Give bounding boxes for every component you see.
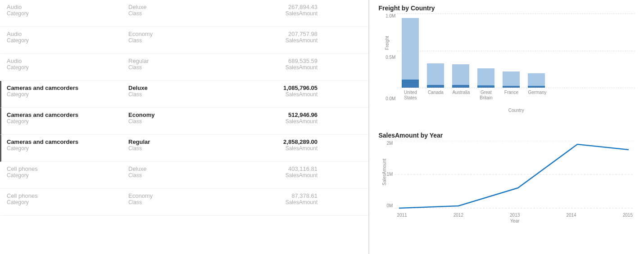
value-amount: 207,757.98 — [288, 31, 317, 37]
class-name: Deluxe — [128, 4, 227, 10]
category-label: Category — [7, 10, 128, 17]
data-table: Audio Category Deluxe Class 267,894.43 S… — [0, 0, 369, 254]
bar-group — [528, 16, 545, 88]
col-category: Cell phones Category — [7, 192, 128, 205]
col-value: 207,757.98 SalesAmount — [227, 31, 317, 44]
col-value: 689,535.59 SalesAmount — [227, 58, 317, 71]
x-labels: UnitedStatesCanadaAustraliaGreatBritainF… — [397, 90, 635, 101]
category-label: Category — [7, 91, 128, 98]
sales-x-2012: 2012 — [454, 213, 463, 218]
col-value: 512,946.96 SalesAmount — [227, 111, 317, 125]
bars-container — [397, 13, 635, 88]
col-category: Cameras and camcorders Category — [7, 111, 128, 125]
value-amount: 689,535.59 — [288, 58, 317, 64]
bar-dark — [402, 80, 419, 88]
table-row: Audio Category Economy Class 207,757.98 … — [0, 27, 368, 54]
value-label: SalesAmount — [286, 64, 317, 71]
sales-y-mid: 1M — [387, 172, 393, 177]
col-value: 403,116.81 SalesAmount — [227, 165, 317, 178]
value-label: SalesAmount — [286, 172, 317, 178]
table-row: Audio Category Regular Class 689,535.59 … — [0, 54, 368, 81]
class-label: Class — [128, 91, 227, 98]
y-axis-title: Freight — [385, 36, 390, 50]
col-class: Regular Class — [128, 138, 227, 152]
sales-y-axis-title: SalesAmount — [382, 159, 387, 185]
class-name: Economy — [128, 111, 227, 118]
bar-light — [402, 18, 419, 80]
sales-x-2014: 2014 — [566, 213, 576, 218]
col-class: Economy Class — [128, 111, 227, 125]
sales-chart-title: SalesAmount by Year — [378, 132, 635, 139]
category-name: Cell phones — [7, 165, 128, 172]
class-name: Regular — [128, 58, 227, 64]
col-class: Regular Class — [128, 58, 227, 71]
class-name: Deluxe — [128, 165, 227, 172]
class-label: Class — [128, 199, 227, 205]
col-category: Cameras and camcorders Category — [7, 85, 128, 98]
class-name: Economy — [128, 31, 227, 37]
bar-dark — [427, 85, 444, 88]
value-label: SalesAmount — [286, 199, 317, 205]
col-class: Deluxe Class — [128, 165, 227, 178]
class-label: Class — [128, 64, 227, 71]
category-label: Category — [7, 118, 128, 125]
value-label: SalesAmount — [286, 145, 317, 152]
value-amount: 403,116.81 — [288, 165, 317, 172]
class-label: Class — [128, 118, 227, 125]
bar-group — [477, 16, 494, 88]
x-label: Canada — [427, 90, 444, 95]
sales-x-labels: 2011 2012 2013 2014 2015 — [397, 213, 633, 218]
charts-panel: Freight by Country 1.0M 0.5M 0.0M Freigh… — [369, 0, 644, 254]
bar-light — [477, 68, 494, 85]
category-label: Category — [7, 37, 128, 44]
category-name: Cameras and camcorders — [7, 111, 128, 118]
value-amount: 267,894.43 — [288, 4, 317, 10]
bar-light — [452, 64, 469, 85]
category-label: Category — [7, 145, 128, 152]
category-name: Audio — [7, 4, 128, 10]
col-class: Deluxe Class — [128, 85, 227, 98]
line-chart-svg — [395, 141, 633, 210]
line-chart-inner: SalesAmount 2011 2012 — [395, 141, 635, 223]
x-axis-title-freight: Country — [397, 108, 635, 113]
x-label: GreatBritain — [477, 90, 494, 101]
bar-dark — [452, 85, 469, 88]
class-label: Class — [128, 10, 227, 17]
bar-group — [402, 16, 419, 88]
x-label: France — [503, 90, 520, 95]
sales-x-2013: 2013 — [510, 213, 520, 218]
bar-group — [503, 16, 520, 88]
category-label: Category — [7, 172, 128, 178]
col-value: 1,085,796.05 SalesAmount — [227, 85, 317, 98]
value-label: SalesAmount — [286, 91, 317, 98]
bar-group — [452, 16, 469, 88]
x-label: Australia — [452, 90, 469, 95]
freight-chart-section: Freight by Country 1.0M 0.5M 0.0M Freigh… — [378, 4, 635, 123]
sales-x-2015: 2015 — [623, 213, 633, 218]
value-amount: 1,085,796.05 — [283, 85, 317, 91]
class-name: Deluxe — [128, 85, 227, 91]
sales-x-axis-title: Year — [395, 218, 635, 223]
x-label: UnitedStates — [402, 90, 419, 101]
table-row: Cell phones Category Deluxe Class 403,11… — [0, 162, 368, 189]
freight-chart-title: Freight by Country — [378, 4, 635, 12]
class-label: Class — [128, 37, 227, 44]
bar-dark — [503, 86, 520, 88]
bar-light — [528, 73, 545, 86]
col-class: Economy Class — [128, 31, 227, 44]
col-value: 2,858,289.00 SalesAmount — [227, 138, 317, 152]
category-name: Cameras and camcorders — [7, 85, 128, 91]
category-name: Audio — [7, 31, 128, 37]
col-category: Audio Category — [7, 58, 128, 71]
value-label: SalesAmount — [286, 118, 317, 125]
table-row: Cameras and camcorders Category Deluxe C… — [0, 81, 368, 108]
class-name: Regular — [128, 138, 227, 145]
category-name: Cell phones — [7, 192, 128, 199]
category-label: Category — [7, 64, 128, 71]
category-label: Category — [7, 199, 128, 205]
bar-dark — [528, 86, 545, 88]
class-label: Class — [128, 145, 227, 152]
bar-chart-body: Freight UnitedStatesCanadaAustraliaGreat… — [397, 13, 635, 112]
line-chart-wrap: 2M 1M 0M SalesAmount — [378, 141, 635, 226]
col-category: Audio Category — [7, 31, 128, 44]
